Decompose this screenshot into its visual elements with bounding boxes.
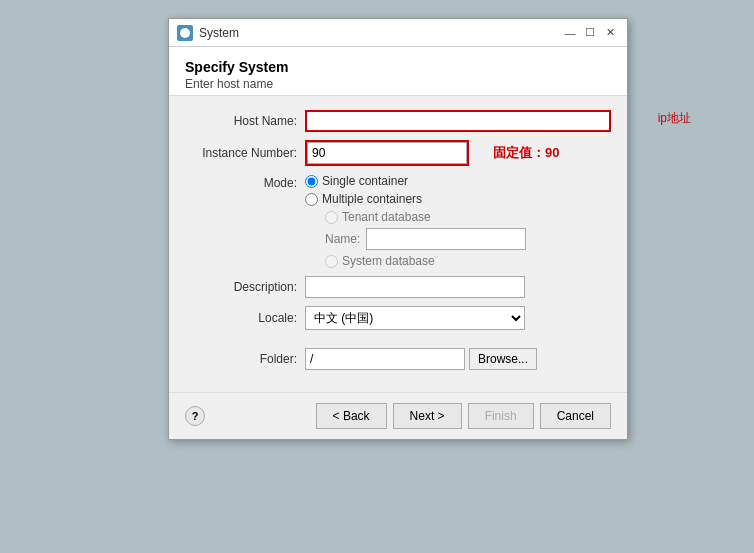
system-database-radio[interactable] — [325, 255, 338, 268]
browse-button[interactable]: Browse... — [469, 348, 537, 370]
dialog-footer: ? < Back Next > Finish Cancel — [169, 392, 627, 439]
tenant-database-row: Tenant database — [325, 210, 526, 224]
single-container-row: Single container — [305, 174, 526, 188]
dialog-body: Host Name: ip地址 Instance Number: 固定值：90 … — [169, 96, 627, 392]
name-label: Name: — [325, 232, 360, 246]
system-database-row: System database — [325, 254, 526, 268]
single-container-label: Single container — [322, 174, 408, 188]
instance-number-input[interactable] — [307, 142, 467, 164]
description-input[interactable] — [305, 276, 525, 298]
locale-row: Locale: 中文 (中国) — [185, 306, 611, 330]
multiple-containers-radio[interactable] — [305, 193, 318, 206]
system-database-label: System database — [342, 254, 435, 268]
description-control — [305, 276, 611, 298]
fixed-value-annotation: 固定值：90 — [493, 144, 559, 162]
dialog-titlebar: System ― ☐ ✕ — [169, 19, 627, 47]
instance-number-control: 固定值：90 — [305, 140, 611, 166]
title-left: System — [177, 25, 239, 41]
ip-annotation: ip地址 — [658, 110, 691, 127]
name-row: Name: — [325, 228, 526, 250]
host-name-input[interactable] — [305, 110, 611, 132]
mode-options: Single container Multiple containers Ten… — [305, 174, 526, 268]
instance-number-label: Instance Number: — [185, 146, 305, 160]
close-button[interactable]: ✕ — [601, 24, 619, 42]
tenant-database-radio[interactable] — [325, 211, 338, 224]
tenant-name-input[interactable] — [366, 228, 526, 250]
mode-row: Mode: Single container Multiple containe… — [185, 174, 611, 268]
dialog-subtext: Enter host name — [185, 77, 611, 91]
next-button[interactable]: Next > — [393, 403, 462, 429]
folder-control: Browse... — [305, 348, 611, 370]
dialog-icon — [177, 25, 193, 41]
multiple-containers-row: Multiple containers — [305, 192, 526, 206]
dialog-header: Specify System Enter host name — [169, 47, 627, 96]
single-container-radio[interactable] — [305, 175, 318, 188]
host-name-row: Host Name: ip地址 — [185, 110, 611, 132]
host-name-label: Host Name: — [185, 114, 305, 128]
maximize-button[interactable]: ☐ — [581, 24, 599, 42]
instance-input-wrap — [305, 140, 469, 166]
dialog-heading: Specify System — [185, 59, 611, 75]
footer-buttons: < Back Next > Finish Cancel — [316, 403, 611, 429]
sub-options: Tenant database Name: System database — [325, 210, 526, 268]
folder-label: Folder: — [185, 352, 305, 366]
titlebar-buttons: ― ☐ ✕ — [561, 24, 619, 42]
description-label: Description: — [185, 280, 305, 294]
finish-button[interactable]: Finish — [468, 403, 534, 429]
folder-row: Folder: Browse... — [185, 348, 611, 370]
multiple-containers-label: Multiple containers — [322, 192, 422, 206]
back-button[interactable]: < Back — [316, 403, 387, 429]
cancel-button[interactable]: Cancel — [540, 403, 611, 429]
minimize-button[interactable]: ― — [561, 24, 579, 42]
mode-label: Mode: — [185, 174, 305, 190]
folder-input[interactable] — [305, 348, 465, 370]
footer-left: ? — [185, 406, 205, 426]
instance-number-row: Instance Number: 固定值：90 — [185, 140, 611, 166]
system-dialog: System ― ☐ ✕ Specify System Enter host n… — [168, 18, 628, 440]
dialog-title: System — [199, 26, 239, 40]
host-name-control: ip地址 — [305, 110, 611, 132]
locale-control: 中文 (中国) — [305, 306, 611, 330]
tenant-database-label: Tenant database — [342, 210, 431, 224]
description-row: Description: — [185, 276, 611, 298]
locale-label: Locale: — [185, 311, 305, 325]
locale-select[interactable]: 中文 (中国) — [305, 306, 525, 330]
help-button[interactable]: ? — [185, 406, 205, 426]
